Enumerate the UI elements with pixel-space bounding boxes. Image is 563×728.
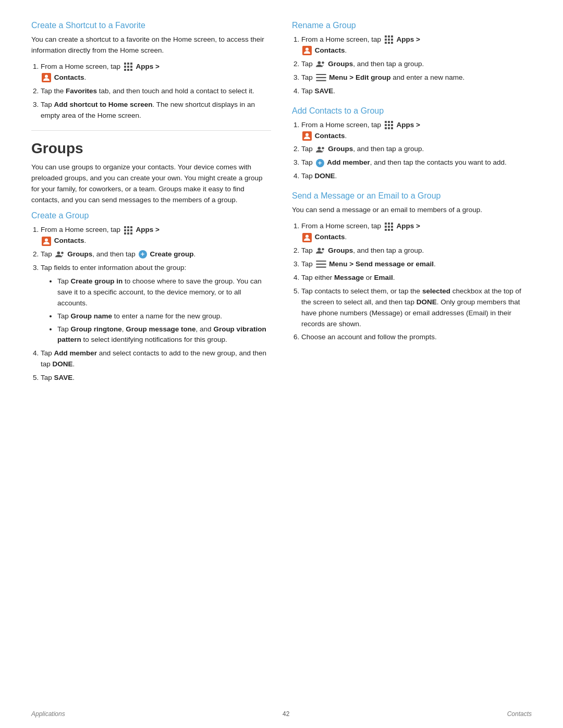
svg-point-19 bbox=[45, 238, 48, 241]
groups-icon-1 bbox=[55, 250, 65, 259]
footer-right: Contacts bbox=[507, 710, 532, 718]
shortcut-step-3: Tap Add shortcut to Home screen. The new… bbox=[41, 100, 271, 121]
svg-rect-2 bbox=[130, 63, 132, 65]
email-bold: Email bbox=[374, 274, 393, 281]
svg-rect-1 bbox=[127, 63, 129, 65]
done-bold-1: DONE bbox=[53, 360, 73, 368]
contacts-icon-sm1 bbox=[302, 233, 312, 242]
contacts-icon-2 bbox=[42, 237, 51, 246]
svg-rect-13 bbox=[124, 229, 126, 231]
svg-point-9 bbox=[45, 75, 48, 78]
svg-rect-11 bbox=[127, 226, 129, 228]
contacts-icon-1 bbox=[42, 73, 51, 82]
add-plus-icon-ac3: + bbox=[316, 159, 324, 167]
create-group-steps: From a Home screen, tap Apps > bbox=[31, 225, 271, 384]
groups-intro: You can use groups to organize your cont… bbox=[31, 162, 271, 206]
svg-rect-53 bbox=[388, 226, 390, 228]
contacts-label-ac1: Contacts bbox=[315, 132, 345, 140]
footer: Applications 42 Contacts bbox=[31, 710, 532, 718]
rename-step-2: Tap Groups, and then tap a group. bbox=[301, 59, 532, 70]
svg-point-58 bbox=[305, 235, 309, 238]
create-group-step-2: Tap Groups, and then tap + Create group. bbox=[41, 249, 271, 260]
rename-section: Rename a Group From a Home screen, tap A… bbox=[292, 21, 532, 97]
send-step-4: Tap either Message or Email. bbox=[301, 273, 532, 283]
menu-icon-r3 bbox=[316, 73, 326, 82]
group-message-tone-bold: Group message tone bbox=[126, 325, 195, 333]
send-message-heading: Send a Message or an Email to a Group bbox=[292, 191, 532, 201]
create-group-bold: Create group bbox=[150, 250, 193, 258]
groups-label-r2: Groups bbox=[328, 60, 353, 68]
menu-edit-group-bold: Menu > Edit group bbox=[329, 73, 390, 81]
svg-rect-24 bbox=[391, 35, 393, 38]
groups-icon-sm2 bbox=[316, 246, 325, 255]
rename-step-4: Tap SAVE. bbox=[301, 86, 532, 97]
svg-rect-29 bbox=[388, 42, 390, 44]
save-bold-1: SAVE bbox=[54, 374, 73, 381]
selected-bold: selected bbox=[422, 287, 450, 295]
contacts-icon-r1 bbox=[302, 46, 312, 55]
apps-label-2: Apps > bbox=[136, 226, 160, 233]
apps-icon-ac1 bbox=[384, 120, 394, 130]
svg-rect-49 bbox=[385, 223, 387, 225]
favorites-bold: Favorites bbox=[66, 87, 97, 95]
svg-rect-56 bbox=[388, 229, 390, 231]
add-shortcut-bold: Add shortcut to Home screen bbox=[54, 101, 153, 108]
rename-step-1: From a Home screen, tap Apps > bbox=[301, 34, 532, 56]
svg-point-46 bbox=[305, 133, 309, 136]
svg-point-21 bbox=[61, 252, 64, 254]
apps-label-r1: Apps > bbox=[397, 35, 420, 43]
svg-point-47 bbox=[317, 146, 321, 150]
send-step-5: Tap contacts to select them, or tap the … bbox=[301, 286, 532, 330]
groups-label-1: Groups bbox=[67, 250, 92, 258]
add-contacts-steps: From a Home screen, tap Apps > bbox=[292, 120, 532, 182]
svg-rect-57 bbox=[391, 229, 393, 231]
create-group-heading: Create a Group bbox=[31, 211, 271, 220]
svg-rect-52 bbox=[385, 226, 387, 228]
svg-rect-7 bbox=[127, 69, 129, 71]
section-divider bbox=[31, 130, 271, 131]
create-group-step-5: Tap SAVE. bbox=[41, 373, 271, 384]
apps-label: Apps > bbox=[136, 63, 160, 70]
svg-rect-44 bbox=[388, 127, 390, 129]
svg-rect-35 bbox=[316, 77, 326, 78]
create-group-bullets: Tap Create group in to choose where to s… bbox=[45, 276, 271, 346]
create-group-step-4: Tap Add member and select contacts to ad… bbox=[41, 348, 271, 370]
svg-rect-5 bbox=[130, 66, 132, 68]
svg-rect-51 bbox=[391, 223, 393, 225]
svg-rect-30 bbox=[391, 42, 393, 44]
svg-point-33 bbox=[322, 61, 324, 64]
svg-rect-38 bbox=[388, 121, 390, 123]
shortcut-section: Create a Shortcut to a Favorite You can … bbox=[31, 21, 271, 121]
send-step-1: From a Home screen, tap Apps > bbox=[301, 221, 532, 243]
shortcut-step-1: From a Home screen, tap Apps > bbox=[41, 61, 271, 83]
done-bold-sm5: DONE bbox=[417, 298, 437, 306]
add-contacts-step-2: Tap Groups, and then tap a group. bbox=[301, 144, 532, 155]
send-step-2: Tap Groups, and then tap a group. bbox=[301, 245, 532, 256]
rename-heading: Rename a Group bbox=[292, 21, 532, 30]
create-group-step-3: Tap fields to enter information about th… bbox=[41, 263, 271, 346]
groups-icon-r2 bbox=[316, 59, 325, 69]
apps-icon bbox=[124, 62, 133, 71]
apps-label-ac1: Apps > bbox=[397, 121, 420, 129]
apps-icon-sm1 bbox=[384, 222, 394, 231]
contacts-icon-ac1 bbox=[302, 131, 312, 141]
add-contacts-step-3: Tap + Add member, and then tap the conta… bbox=[301, 157, 532, 168]
apps-label-sm1: Apps > bbox=[397, 222, 420, 230]
svg-rect-16 bbox=[124, 232, 126, 235]
send-message-steps: From a Home screen, tap Apps > bbox=[292, 221, 532, 343]
svg-rect-61 bbox=[316, 261, 326, 262]
bullet-group-ringtone: Tap Group ringtone, Group message tone, … bbox=[57, 324, 271, 346]
apps-icon-2 bbox=[124, 226, 133, 235]
groups-section: Groups You can use groups to organize yo… bbox=[31, 140, 271, 384]
svg-rect-42 bbox=[391, 124, 393, 126]
send-message-section: Send a Message or an Email to a Group Yo… bbox=[292, 191, 532, 343]
shortcut-steps-list: From a Home screen, tap Apps > bbox=[31, 61, 271, 121]
svg-rect-43 bbox=[385, 127, 387, 129]
svg-rect-6 bbox=[124, 69, 126, 71]
svg-rect-25 bbox=[385, 39, 387, 41]
svg-rect-17 bbox=[127, 232, 129, 235]
add-contacts-step-4: Tap DONE. bbox=[301, 171, 532, 182]
svg-rect-55 bbox=[385, 229, 387, 231]
shortcut-heading: Create a Shortcut to a Favorite bbox=[31, 21, 271, 30]
add-plus-icon-1: + bbox=[139, 250, 147, 258]
